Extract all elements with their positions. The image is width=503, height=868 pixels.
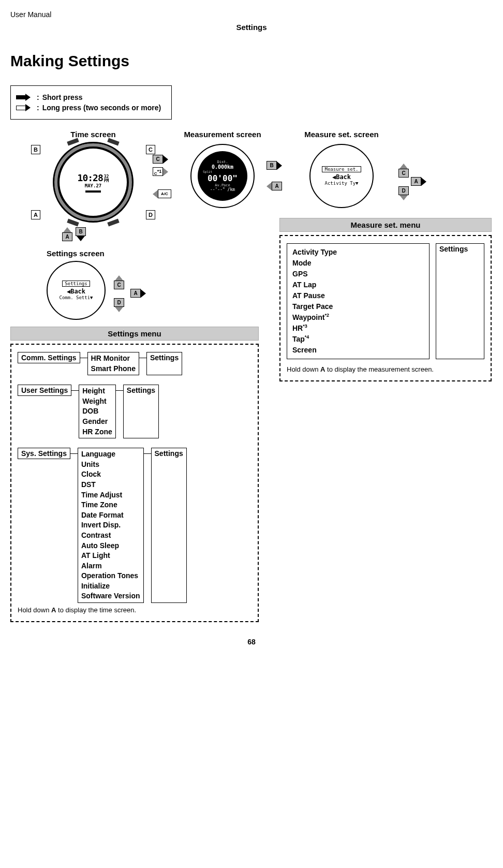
measure-hold-note: Hold down A to display the measurement s… [287, 365, 484, 373]
user-settings-label: User Settings [18, 385, 71, 396]
legend-long-label: Long press (two seconds or more) [42, 104, 161, 112]
settings-watch-face-icon: Settings ◀Back Comm. Setti▼ [47, 261, 106, 320]
nav-c-arrow: C [153, 155, 168, 164]
comm-settings-label: Comm. Settings [18, 352, 80, 363]
nav-b-arrow: B [267, 161, 282, 170]
nav-vertical-ab: A B [62, 227, 86, 241]
sys-settings-sub: Settings [151, 448, 187, 603]
settings-screen-label: Settings screen [47, 249, 155, 258]
header-section: Settings [10, 23, 493, 32]
settings-menu-title: Settings menu [10, 327, 259, 341]
key-c-label: C [146, 145, 155, 154]
header-manual: User Manual [10, 10, 493, 19]
time-screen-block: Time screen 10:28 32PM MAY.27 B C A D [41, 130, 145, 223]
short-press-arrow-icon [16, 94, 32, 101]
user-settings-row: User Settings Height Weight DOB Gender H… [18, 385, 252, 438]
watch-date: MAY.27 [85, 183, 102, 188]
nav-c-up-settings: C [114, 275, 124, 289]
page-number: 68 [10, 638, 493, 646]
nav-a-right-settings: A [130, 289, 146, 298]
measurement-watch-face-icon: Dist. 0.000km Split 00'00" Av.Pace --'--… [190, 144, 255, 208]
measurement-screen-block: Measurement screen Dist. 0.000km Split 0… [181, 130, 264, 208]
key-a-label: A [31, 210, 40, 219]
user-settings-sub: Settings [123, 385, 159, 438]
watch-time: 10:28 [78, 172, 103, 183]
time-screen-label: Time screen [41, 130, 145, 139]
nav-d-down-settings: D [114, 298, 124, 312]
navigation-diagram: Time screen 10:28 32PM MAY.27 B C A D C [10, 130, 493, 327]
sys-settings-items: Language Units Clock DST Time Adjust Tim… [78, 448, 144, 603]
time-watch-face-icon: 10:28 32PM MAY.27 [53, 142, 134, 223]
settings-menu-box: Comm. Settings HR Monitor Smart Phone Se… [10, 344, 259, 622]
long-press-arrow-icon [16, 104, 32, 111]
measure-set-screen-block: Measure set. screen Measure set. ◀Back A… [295, 130, 388, 208]
nav-ac-arrow: A/C [153, 189, 171, 198]
user-settings-items: Height Weight DOB Gender HR Zone [79, 385, 116, 438]
comm-settings-items: HR Monitor Smart Phone [87, 352, 139, 375]
page-title: Making Settings [10, 52, 493, 70]
nav-c-up-arrow: C [398, 164, 409, 178]
settings-screen-block: Settings screen Settings ◀Back Comm. Set… [41, 249, 155, 320]
key-b-label: B [31, 145, 40, 154]
legend-box: : Short press : Long press (two seconds … [10, 85, 172, 120]
nav-a-back-arrow: A [267, 182, 282, 190]
comm-settings-row: Comm. Settings HR Monitor Smart Phone Se… [18, 352, 252, 375]
measurement-screen-label: Measurement screen [181, 130, 264, 139]
sys-settings-label: Sys. Settings [18, 448, 70, 459]
measure-set-watch-face-icon: Measure set. ◀Back Activity Ty▼ [309, 144, 374, 208]
comm-settings-sub: Settings [146, 352, 182, 375]
key-d-label: D [146, 210, 155, 219]
legend-short-label: Short press [42, 93, 83, 101]
nav-a-right-arrow: A [411, 177, 426, 186]
nav-d-down-arrow: D [398, 186, 409, 200]
nav-cstar-arrow: C*1 [153, 167, 168, 176]
measure-set-screen-label: Measure set. screen [295, 130, 388, 139]
sys-settings-row: Sys. Settings Language Units Clock DST T… [18, 448, 252, 603]
settings-hold-note: Hold down A to display the time screen. [18, 606, 252, 614]
